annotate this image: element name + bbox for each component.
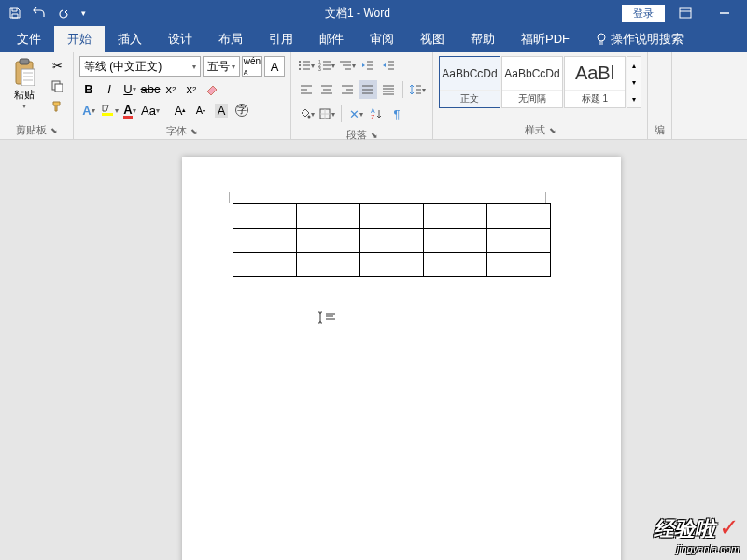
decrease-indent-button[interactable] — [359, 56, 377, 75]
tab-file[interactable]: 文件 — [4, 26, 54, 52]
svg-point-15 — [299, 61, 301, 63]
style-heading1[interactable]: AaBl 标题 1 — [564, 56, 626, 108]
svg-point-3 — [598, 34, 605, 41]
undo-button[interactable] — [28, 2, 50, 24]
font-size-combo[interactable]: 五号▾ — [203, 56, 240, 77]
tab-insert[interactable]: 插入 — [105, 26, 155, 52]
format-painter-button[interactable] — [47, 97, 67, 116]
tab-design[interactable]: 设计 — [155, 26, 205, 52]
copy-button[interactable] — [47, 77, 67, 95]
tab-references[interactable]: 引用 — [256, 26, 306, 52]
chevron-down-icon: ▾ — [192, 63, 196, 71]
tab-mailings[interactable]: 邮件 — [306, 26, 357, 52]
paragraph-dialog-launcher[interactable]: ⬊ — [371, 131, 378, 140]
cut-button[interactable]: ✂ — [47, 56, 67, 75]
line-spacing-button[interactable]: ▾ — [408, 80, 427, 99]
checkmark-icon: ✓ — [719, 513, 740, 541]
change-case-button[interactable]: Aa▾ — [141, 101, 160, 119]
paste-label: 粘贴 — [14, 88, 35, 102]
font-dialog-launcher[interactable]: ⬊ — [190, 127, 198, 136]
table-row[interactable] — [233, 253, 551, 277]
eraser-icon — [204, 82, 219, 95]
style-normal[interactable]: AaBbCcDd 正文 — [439, 56, 500, 108]
underline-button[interactable]: U▾ — [120, 79, 139, 98]
clear-formatting-button[interactable] — [203, 79, 221, 98]
style-no-spacing[interactable]: AaBbCcDd 无间隔 — [501, 56, 563, 108]
enclose-characters-button[interactable]: 字 — [233, 101, 251, 119]
phonetic-guide-button[interactable]: wénA — [242, 56, 262, 77]
shrink-font-button[interactable]: A▾ — [191, 101, 210, 119]
copy-icon — [50, 79, 63, 92]
chevron-down-icon: ▾ — [232, 63, 235, 71]
character-shading-button[interactable]: A — [212, 101, 231, 119]
login-button[interactable]: 登录 — [622, 5, 665, 22]
font-group: 等线 (中文正文)▾ 五号▾ wénA A B I U▾ abc x2 x2 A… — [74, 52, 291, 139]
font-name-combo[interactable]: 等线 (中文正文)▾ — [79, 56, 201, 77]
page[interactable] — [182, 157, 621, 560]
ribbon-display-button[interactable] — [667, 0, 704, 26]
qat-customize-button[interactable]: ▾ — [77, 2, 90, 24]
clipboard-group: 粘贴 ▾ ✂ 剪贴板⬊ — [0, 52, 74, 139]
svg-point-17 — [299, 64, 301, 66]
text-effects-button[interactable]: A▾ — [79, 101, 98, 119]
gallery-scroll: ▴ ▾ ▾ — [627, 56, 641, 108]
svg-text:3: 3 — [318, 66, 321, 71]
align-justify-button[interactable] — [359, 80, 377, 99]
subscript-button[interactable]: x2 — [162, 79, 180, 98]
editing-group-label: 编 — [655, 123, 665, 137]
borders-button[interactable]: ▾ — [317, 105, 336, 123]
svg-rect-8 — [21, 69, 35, 86]
superscript-button[interactable]: x2 — [182, 79, 201, 98]
borders-icon — [318, 107, 331, 120]
document-table[interactable] — [233, 203, 551, 277]
title-bar: ▾ 文档1 - Word 登录 — [0, 0, 747, 26]
align-center-button[interactable] — [317, 80, 336, 99]
tab-help[interactable]: 帮助 — [458, 26, 508, 52]
align-left-button[interactable] — [297, 80, 316, 99]
character-border-button[interactable]: A — [264, 56, 285, 77]
italic-button[interactable]: I — [100, 79, 119, 98]
redo-button[interactable] — [52, 2, 75, 24]
styles-dialog-launcher[interactable]: ⬊ — [549, 126, 557, 135]
multilevel-list-button[interactable]: ▾ — [338, 56, 357, 75]
grow-font-button[interactable]: A▴ — [171, 101, 190, 119]
tab-view[interactable]: 视图 — [407, 26, 458, 52]
ribbon: 粘贴 ▾ ✂ 剪贴板⬊ 等线 (中文正文)▾ 五号▾ wénA A B I U▾ — [0, 52, 747, 140]
document-area — [0, 140, 747, 560]
numbering-button[interactable]: 123▾ — [317, 56, 336, 75]
distributed-button[interactable] — [379, 80, 398, 99]
shading-button[interactable]: ▾ — [297, 105, 316, 123]
highlight-icon — [100, 103, 115, 118]
svg-rect-7 — [20, 59, 29, 64]
gallery-more-button[interactable]: ▾ — [627, 91, 641, 107]
strikethrough-button[interactable]: abc — [141, 79, 160, 98]
bullets-button[interactable]: ▾ — [297, 56, 316, 75]
window-title: 文档1 - Word — [93, 6, 622, 21]
gallery-down-button[interactable]: ▾ — [627, 74, 641, 91]
tab-foxit-pdf[interactable]: 福昕PDF — [508, 26, 583, 52]
font-color-button[interactable]: A▾ — [120, 101, 139, 119]
tell-me-search[interactable]: 操作说明搜索 — [583, 26, 697, 52]
tab-layout[interactable]: 布局 — [205, 26, 256, 52]
clipboard-dialog-launcher[interactable]: ⬊ — [50, 126, 58, 135]
lightbulb-icon — [596, 33, 607, 46]
tab-home[interactable]: 开始 — [54, 26, 105, 52]
sort-button[interactable]: AZ — [367, 105, 386, 123]
asian-layout-button[interactable]: ✕▾ — [346, 105, 365, 123]
table-row[interactable] — [233, 204, 551, 229]
paste-button[interactable]: 粘贴 ▾ — [6, 56, 43, 112]
show-hide-button[interactable]: ¶ — [388, 105, 406, 123]
align-right-button[interactable] — [338, 80, 357, 99]
watermark-sub: jingyanla.com — [654, 543, 740, 554]
numbering-icon: 123 — [318, 60, 331, 71]
gallery-up-button[interactable]: ▴ — [627, 57, 641, 74]
increase-indent-button[interactable] — [379, 56, 398, 75]
highlight-button[interactable]: ▾ — [100, 101, 119, 119]
table-row[interactable] — [233, 229, 551, 253]
bold-button[interactable]: B — [79, 79, 98, 98]
pilcrow-icon: ¶ — [394, 107, 401, 121]
save-button[interactable] — [4, 2, 26, 24]
minimize-button[interactable] — [706, 0, 743, 26]
tell-me-label: 操作说明搜索 — [611, 31, 684, 48]
tab-review[interactable]: 审阅 — [357, 26, 407, 52]
